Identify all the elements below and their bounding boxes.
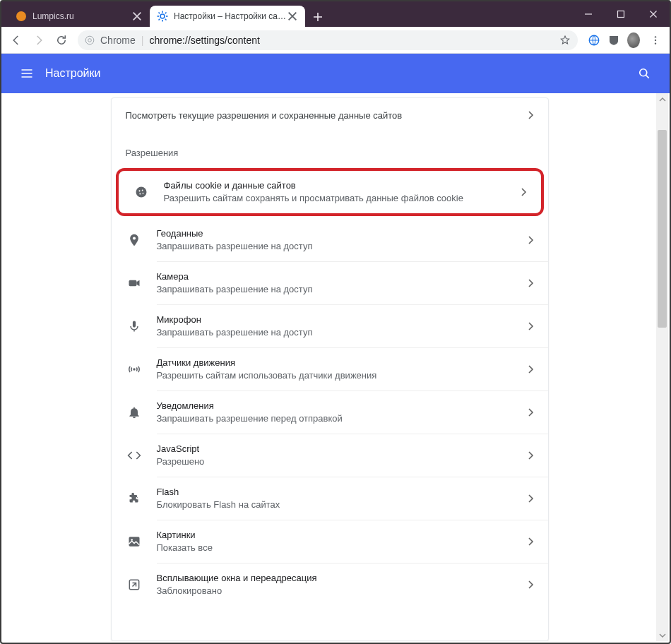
forward-button[interactable] [28,30,49,51]
extension-icons [583,34,644,47]
svg-point-11 [85,36,94,44]
row-subtitle: Разрешить сайтам использовать датчики дв… [157,369,528,382]
code-icon [126,447,143,464]
cookie-icon [133,184,150,201]
favicon-settings-icon [157,11,168,22]
extension-ublock-icon[interactable] [607,34,620,47]
svg-point-15 [655,39,656,40]
scroll-up-icon[interactable] [656,93,668,105]
scrollbar-thumb[interactable] [658,130,667,328]
row-subtitle: Запрашивать разрешение перед отправкой [157,412,528,425]
chrome-logo-icon [85,35,95,45]
permission-row-sensors[interactable]: Датчики движенияРазрешить сайтам использ… [112,348,548,390]
chevron-right-icon [521,188,527,196]
profile-avatar[interactable] [627,34,640,47]
address-bar[interactable]: Chrome | chrome://settings/content [78,30,578,50]
browser-tab-settings[interactable]: Настройки – Настройки сайта [150,6,305,27]
settings-header: Настройки [1,54,670,93]
scroll-down-icon[interactable] [656,629,668,641]
new-tab-button[interactable] [308,7,328,27]
permission-row-image[interactable]: КартинкиПоказать все [112,520,548,563]
mic-icon [126,318,143,335]
favicon-lumpics [16,11,27,22]
chevron-right-icon [528,236,534,244]
permission-row-bell[interactable]: УведомленияЗапрашивать разрешение перед … [112,391,548,434]
bell-icon [126,404,143,421]
permission-row-mic[interactable]: МикрофонЗапрашивать разрешение на доступ [112,305,548,347]
close-tab-icon[interactable] [287,11,298,22]
puzzle-icon [126,490,143,507]
chevron-right-icon [528,322,534,330]
extension-globe-icon[interactable] [588,34,600,47]
page-scrollbar[interactable] [656,93,668,641]
permission-row-location[interactable]: ГеоданныеЗапрашивать разрешение на досту… [112,219,548,261]
row-subtitle: Разрешить сайтам сохранять и просматрива… [164,192,521,205]
chevron-right-icon [528,279,534,287]
row-subtitle: Заблокировано [157,585,528,597]
permission-row-cookie[interactable]: Файлы cookie и данные сайтовРазрешить са… [119,171,541,213]
tab-title: Lumpics.ru [32,11,131,21]
row-subtitle: Запрашивать разрешение на доступ [157,240,528,253]
tab-title: Настройки – Настройки сайта [174,11,287,21]
svg-line-9 [165,13,167,14]
permission-row-code[interactable]: JavaScriptРазрешено [112,434,548,477]
location-icon [126,232,143,249]
browser-toolbar: Chrome | chrome://settings/content [1,27,670,54]
svg-line-6 [159,13,160,14]
svg-point-14 [655,36,656,37]
chevron-right-icon [528,111,534,119]
omnibox-url: chrome://settings/content [149,35,554,46]
svg-rect-10 [618,11,624,18]
sensors-icon [126,361,143,378]
window-minimize-button[interactable] [572,1,605,27]
row-subtitle: Блокировать Flash на сайтах [157,499,528,511]
row-title: Уведомления [157,400,528,412]
settings-card: Посмотреть текущие разрешения и сохранен… [111,97,549,641]
svg-point-16 [655,42,656,44]
bookmark-star-icon[interactable] [559,35,571,46]
svg-point-17 [640,69,647,76]
row-title: Микрофон [157,314,528,326]
svg-point-12 [88,38,92,42]
row-label: Посмотреть текущие разрешения и сохранен… [126,110,403,121]
row-subtitle: Разрешено [157,455,528,468]
row-subtitle: Запрашивать разрешение на доступ [157,283,528,296]
row-subtitle: Показать все [157,542,528,554]
svg-point-0 [16,11,26,21]
row-title: Геоданные [157,227,528,240]
svg-line-7 [165,19,167,20]
row-title: Flash [157,486,528,499]
chevron-right-icon [528,580,534,589]
row-title: Файлы cookie и данные сайтов [164,179,521,192]
hamburger-menu-icon[interactable] [13,59,41,88]
browser-tab-lumpics[interactable]: Lumpics.ru [8,6,150,27]
search-icon[interactable] [630,59,658,88]
chevron-right-icon [528,494,534,503]
close-tab-icon[interactable] [131,11,143,22]
permission-row-puzzle[interactable]: FlashБлокировать Flash на сайтах [112,477,548,520]
chevron-right-icon [528,451,534,460]
highlighted-row: Файлы cookie и данные сайтовРазрешить са… [116,168,544,216]
reload-button[interactable] [51,30,72,51]
row-title: Датчики движения [157,357,528,369]
chevron-right-icon [528,537,534,546]
permission-row-camera[interactable]: КамераЗапрашивать разрешение на доступ [112,262,548,304]
row-title: Камера [157,270,528,283]
row-title: JavaScript [157,443,528,455]
browser-menu-button[interactable] [646,35,665,46]
window-maximize-button[interactable] [605,1,637,27]
view-site-data-row[interactable]: Посмотреть текущие разрешения и сохранен… [112,98,548,132]
window-close-button[interactable] [637,1,670,27]
image-icon [126,533,143,550]
section-label: Разрешения [112,132,548,165]
popup-icon [126,576,143,593]
window-controls [572,1,670,27]
chevron-right-icon [528,408,534,417]
svg-point-1 [160,14,165,18]
back-button[interactable] [6,30,27,51]
window-titlebar: Lumpics.ru Настройки – Настройки сайта [1,1,670,27]
browser-tabs: Lumpics.ru Настройки – Настройки сайта [1,1,328,27]
omnibox-chip: Chrome [100,35,136,46]
permission-row-popup[interactable]: Всплывающие окна и переадресацияЗаблокир… [112,564,548,606]
chevron-right-icon [528,365,534,374]
